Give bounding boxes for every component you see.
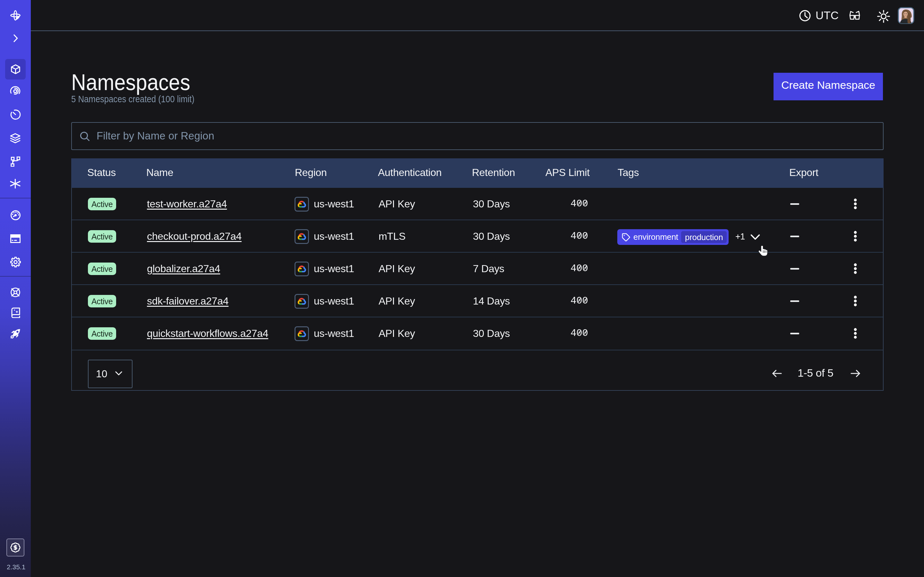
svg-text:Namespaces: Namespaces bbox=[71, 69, 190, 95]
svg-text:5 Namespaces created (100 limi: 5 Namespaces created (100 limit) bbox=[71, 93, 194, 104]
